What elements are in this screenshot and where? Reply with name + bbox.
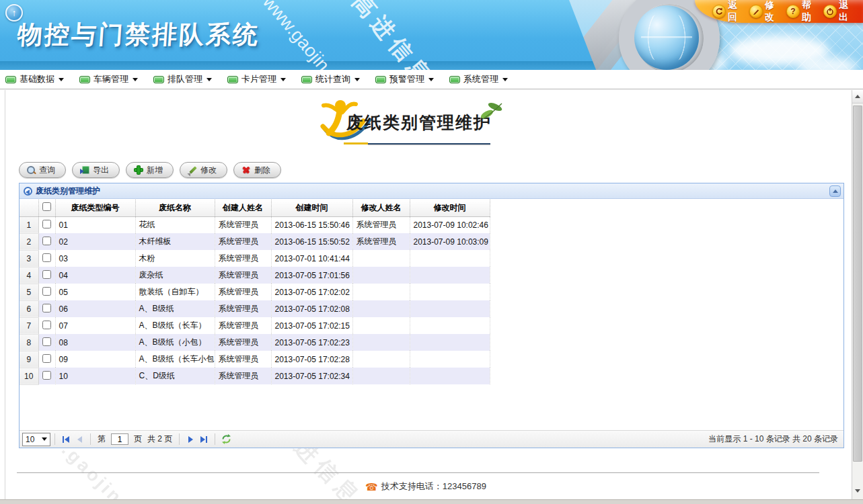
row-checkbox-cell <box>38 267 55 284</box>
menu-item[interactable]: 基础数据 <box>5 73 64 85</box>
cell-created: 2013-06-15 15:50:52 <box>271 233 352 250</box>
help-button[interactable]: ? 帮助 <box>786 0 819 24</box>
help-icon: ? <box>786 5 800 18</box>
total-pages-label: 共 2 页 <box>147 433 172 445</box>
cell-code: 06 <box>55 300 135 317</box>
table-row[interactable]: 7 07 A、B级纸（长车） 系统管理员 2013-07-05 17:02:15 <box>20 317 490 334</box>
menu-item[interactable]: 卡片管理 <box>227 73 286 85</box>
chevron-down-icon <box>280 78 286 81</box>
panel-collapse-button[interactable] <box>829 185 841 197</box>
menu-item[interactable]: 预警管理 <box>375 73 434 85</box>
cell-created: 2013-07-05 17:02:08 <box>271 300 352 317</box>
table-row[interactable]: 10 10 C、D级纸 系统管理员 2013-07-05 17:02:34 <box>20 368 490 384</box>
help-label: 帮助 <box>802 0 819 24</box>
record-summary: 当前显示 1 - 10 条记录 共 20 条记录 <box>708 433 838 445</box>
export-label: 导出 <box>93 165 109 176</box>
row-checkbox[interactable] <box>42 270 51 279</box>
row-checkbox-cell <box>38 317 55 334</box>
table-row[interactable]: 8 08 A、B级纸（小包） 系统管理员 2013-07-05 17:02:23 <box>20 334 490 351</box>
column-header-code: 废纸类型编号 <box>55 200 135 216</box>
cell-creator: 系统管理员 <box>215 317 271 334</box>
cell-modifier <box>352 284 410 300</box>
row-number-cell: 7 <box>20 317 38 334</box>
select-all-checkbox[interactable] <box>42 202 51 211</box>
page-number-input[interactable] <box>111 433 128 445</box>
cell-created: 2013-07-05 17:02:28 <box>271 351 352 368</box>
table-row[interactable]: 4 04 废杂纸 系统管理员 2013-07-05 17:01:56 <box>20 267 490 284</box>
support-phone-text: 技术支持电话：123456789 <box>381 480 486 493</box>
cell-modified <box>410 334 490 351</box>
page-suffix-label: 页 <box>134 433 142 445</box>
chevron-up-icon <box>855 95 860 98</box>
row-checkbox[interactable] <box>42 354 51 363</box>
menu-panel-icon <box>5 76 16 83</box>
menu-panel-icon <box>227 76 238 83</box>
cell-code: 08 <box>55 334 135 351</box>
table-row[interactable]: 9 09 A、B级纸（长车小包） 系统管理员 2013-07-05 17:02:… <box>20 351 490 368</box>
menu-item[interactable]: 车辆管理 <box>79 73 138 85</box>
back-button[interactable]: 返回 <box>712 0 745 24</box>
modify-button[interactable]: 修改 <box>180 162 227 178</box>
row-checkbox[interactable] <box>42 321 51 329</box>
cell-name: A、B级纸（长车小包） <box>135 351 215 368</box>
row-checkbox[interactable] <box>42 304 51 312</box>
row-checkbox[interactable] <box>42 337 51 346</box>
row-checkbox[interactable] <box>42 371 51 380</box>
row-number-cell: 8 <box>20 334 38 351</box>
menu-panel-icon <box>79 76 90 83</box>
search-icon <box>27 166 36 175</box>
scrollbar-thumb[interactable] <box>853 106 862 462</box>
table-row[interactable]: 2 02 木纤维板 系统管理员 2013-06-15 15:50:52 系统管理… <box>20 233 490 250</box>
scroll-down-button[interactable] <box>852 485 863 497</box>
menu-item[interactable]: 排队管理 <box>153 73 212 85</box>
menu-item-label: 预警管理 <box>389 73 424 85</box>
add-button[interactable]: 新增 <box>126 162 174 178</box>
query-button[interactable]: 查询 <box>19 162 66 178</box>
refresh-button[interactable] <box>219 433 233 446</box>
row-checkbox[interactable] <box>42 287 51 296</box>
separator <box>179 433 180 445</box>
row-number-cell: 10 <box>20 368 38 384</box>
row-checkbox[interactable] <box>42 253 51 262</box>
chevron-down-icon <box>428 78 434 81</box>
delete-x-icon <box>241 165 251 175</box>
cell-created: 2013-07-01 10:41:44 <box>271 250 352 267</box>
header: www.gaojin 高进信息 ↑ 物控与门禁排队系统 返回 修改 ? 帮助 <box>0 0 863 70</box>
last-page-button[interactable] <box>197 433 211 446</box>
next-page-button[interactable] <box>184 433 197 446</box>
table-row[interactable]: 3 03 木粉 系统管理员 2013-07-01 10:41:44 <box>20 250 490 267</box>
menu-item[interactable]: 统计查询 <box>301 73 360 85</box>
pencil-icon <box>188 165 197 175</box>
column-header-created: 创建时间 <box>271 200 352 216</box>
export-button[interactable]: 导出 <box>72 162 120 178</box>
cell-code: 03 <box>55 250 135 267</box>
row-checkbox[interactable] <box>42 237 51 245</box>
menu-item[interactable]: 系统管理 <box>449 73 508 85</box>
table-row[interactable]: 1 01 花纸 系统管理员 2013-06-15 15:50:46 系统管理员 … <box>20 216 490 233</box>
logout-button[interactable]: 退出 <box>823 0 856 24</box>
delete-button[interactable]: 删除 <box>233 162 281 178</box>
header-bottom-strip <box>0 61 596 70</box>
cell-created: 2013-07-05 17:01:56 <box>271 267 352 284</box>
modify-label: 修改 <box>200 165 217 176</box>
separator <box>90 433 91 445</box>
row-checkbox[interactable] <box>42 220 51 228</box>
page-size-select[interactable]: 10 <box>22 433 50 446</box>
table-row[interactable]: 5 05 散装纸（自卸车） 系统管理员 2013-07-05 17:02:02 <box>20 284 490 300</box>
menu-item-label: 基础数据 <box>20 73 54 85</box>
row-number-cell: 4 <box>20 267 38 284</box>
row-checkbox-cell <box>38 233 55 250</box>
vertical-scrollbar[interactable] <box>852 90 863 499</box>
data-panel: 废纸类别管理维护 废纸类型编号 <box>19 183 844 448</box>
table-row[interactable]: 6 06 A、B级纸 系统管理员 2013-07-05 17:02:08 <box>20 300 490 317</box>
menu-panel-icon <box>449 76 460 83</box>
menu-panel-icon <box>153 76 164 83</box>
column-header-creator: 创建人姓名 <box>215 200 271 216</box>
first-page-button[interactable] <box>59 433 73 446</box>
cell-code: 07 <box>55 317 135 334</box>
modify-button-header[interactable]: 修改 <box>749 0 782 24</box>
cell-creator: 系统管理员 <box>215 284 271 300</box>
prev-page-button[interactable] <box>73 433 86 446</box>
menu-item-label: 排队管理 <box>167 73 202 85</box>
scroll-up-button[interactable] <box>852 90 863 103</box>
